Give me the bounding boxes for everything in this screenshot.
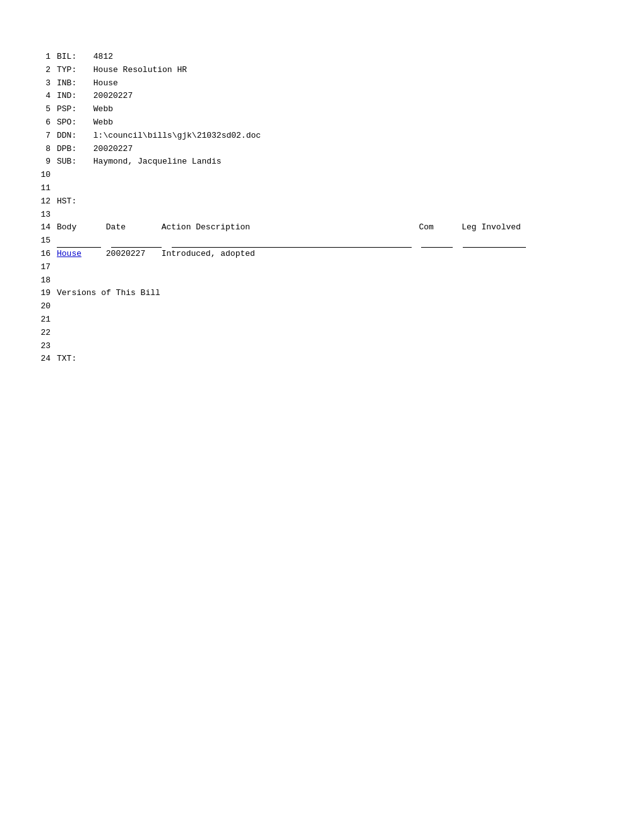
inb-label: INB: xyxy=(57,77,88,90)
line-8: 8 DPB: 20020227 xyxy=(38,143,606,156)
dpb-value: 20020227 xyxy=(93,144,133,154)
line-20: 20 xyxy=(38,300,606,313)
sub-label: SUB: xyxy=(57,155,88,169)
col-header-body: Body xyxy=(57,221,101,234)
history-action: Introduced, adopted xyxy=(162,248,414,261)
versions-text: Versions of This Bill xyxy=(57,287,606,300)
history-body-link[interactable]: House xyxy=(57,248,101,261)
line-18: 18 xyxy=(38,274,606,287)
line-17: 17 xyxy=(38,261,606,274)
ddn-value: l:\council\bills\gjk\21032sd02.doc xyxy=(93,131,261,140)
ind-label: IND: xyxy=(57,90,88,103)
line-4: 4 IND: 20020227 xyxy=(38,90,606,103)
ind-value: 20020227 xyxy=(93,91,133,100)
col-header-com: Com xyxy=(419,221,456,234)
line-1: 1 BIL: 4812 xyxy=(38,51,606,64)
line-16-history-row: 16 House 20020227 Introduced, adopted xyxy=(38,248,606,261)
history-date: 20020227 xyxy=(106,248,157,261)
col-header-action: Action Description xyxy=(162,221,414,234)
sub-value: Haymond, Jacqueline Landis xyxy=(93,157,222,166)
line-22: 22 xyxy=(38,327,606,340)
psp-label: PSP: xyxy=(57,103,88,116)
bil-value: 4812 xyxy=(93,52,113,61)
psp-value: Webb xyxy=(93,104,113,114)
col-header-leg: Leg Involved xyxy=(462,221,521,234)
spo-value: Webb xyxy=(93,118,113,127)
line-24: 24 TXT: xyxy=(38,353,606,366)
spo-label: SPO: xyxy=(57,116,88,130)
line-19-versions: 19 Versions of This Bill xyxy=(38,287,606,300)
line-10: 10 xyxy=(38,169,606,182)
ddn-label: DDN: xyxy=(57,130,88,143)
txt-label: TXT: xyxy=(57,353,88,366)
line-9: 9 SUB: Haymond, Jacqueline Landis xyxy=(38,155,606,169)
hst-label: HST: xyxy=(57,195,88,208)
document-container: 1 BIL: 4812 2 TYP: House Resolution HR 3… xyxy=(38,51,606,366)
typ-value: House Resolution HR xyxy=(93,65,187,75)
line-13: 13 xyxy=(38,208,606,222)
line-6: 6 SPO: Webb xyxy=(38,116,606,130)
line-3: 3 INB: House xyxy=(38,77,606,90)
line-23: 23 xyxy=(38,340,606,353)
dpb-label: DPB: xyxy=(57,143,88,156)
typ-label: TYP: xyxy=(57,64,88,77)
line-15-separator: 15 xyxy=(38,234,606,248)
inb-value: House xyxy=(93,78,118,88)
line-7: 7 DDN: l:\council\bills\gjk\21032sd02.do… xyxy=(38,130,606,143)
line-2: 2 TYP: House Resolution HR xyxy=(38,64,606,77)
line-12: 12 HST: xyxy=(38,195,606,208)
col-header-date: Date xyxy=(106,221,157,234)
line-11: 11 xyxy=(38,182,606,195)
line-21: 21 xyxy=(38,313,606,327)
line-14-header: 14 Body Date Action Description Com Leg … xyxy=(38,221,606,234)
line-5: 5 PSP: Webb xyxy=(38,103,606,116)
bil-label: BIL: xyxy=(57,51,88,64)
